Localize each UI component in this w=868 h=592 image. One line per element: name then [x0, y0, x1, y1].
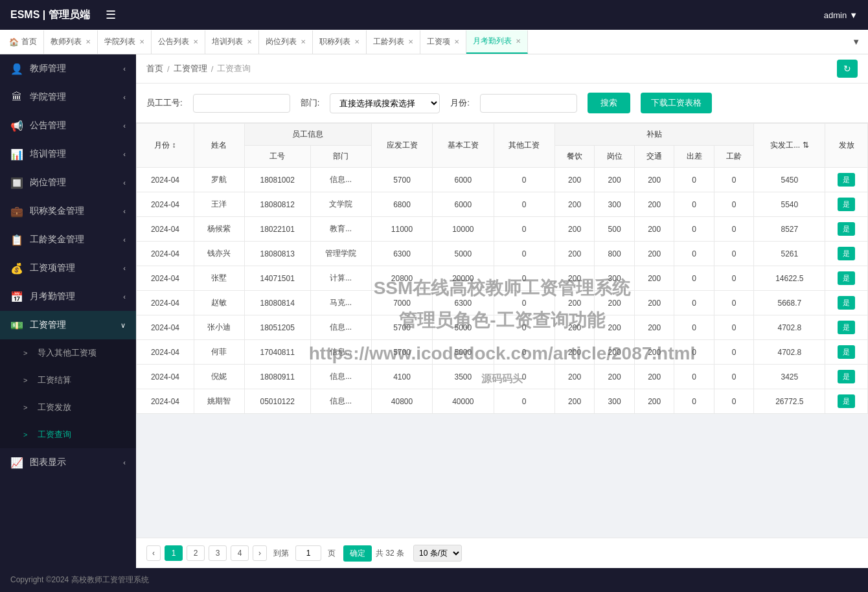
sidebar-subitem-工资查询[interactable]: 工资查询 [0, 421, 136, 448]
department-select[interactable]: 直接选择或搜索选择 [330, 93, 440, 113]
cell-0-2: 18081002 [244, 168, 310, 192]
action-button-4[interactable]: 是 [838, 271, 855, 285]
sidebar-arrow-notice: ‹ [123, 122, 126, 130]
table-row: 2024-04张小迪18051205信息...57005000020020020… [137, 315, 868, 340]
tab-培训列表[interactable]: 培训列表✕ [205, 30, 259, 54]
cell-action-6: 是 [825, 315, 868, 340]
pagination-prev[interactable]: ‹ [146, 545, 161, 561]
user-dropdown-icon[interactable]: ▼ [849, 10, 858, 20]
tab-close-icon[interactable]: ✕ [247, 38, 252, 45]
sidebar-item-position[interactable]: 🔲 岗位管理 ‹ [0, 168, 136, 197]
tab-more-button[interactable]: ▼ [847, 37, 865, 47]
refresh-button[interactable]: ↻ [837, 60, 858, 78]
tab-月考勤列表[interactable]: 月考勤列表✕ [466, 30, 528, 54]
action-button-1[interactable]: 是 [838, 198, 855, 211]
chart-icon: 📈 [10, 456, 23, 469]
cell-8-7: 200 [554, 365, 595, 389]
cell-0-8: 200 [595, 168, 635, 192]
tab-close-icon[interactable]: ✕ [354, 38, 360, 45]
cell-9-9: 200 [634, 389, 674, 414]
page-label: 页 [328, 548, 336, 559]
action-button-3[interactable]: 是 [838, 247, 855, 260]
pagination-next[interactable]: › [253, 545, 267, 561]
sidebar-item-chart[interactable]: 📈 图表显示 ‹ [0, 448, 136, 477]
cell-2-3: 教育... [310, 217, 371, 242]
cell-6-1: 张小迪 [194, 315, 244, 340]
cell-5-1: 赵敏 [194, 291, 244, 315]
tab-职称列表[interactable]: 职称列表✕ [313, 30, 367, 54]
sidebar-item-teacher[interactable]: 👤 教师管理 ‹ [0, 54, 136, 83]
breadcrumb-home[interactable]: 首页 [146, 63, 163, 74]
cell-5-8: 200 [595, 291, 635, 315]
sidebar-arrow-position: ‹ [123, 179, 126, 187]
tab-label: 职称列表 [319, 36, 350, 47]
sidebar-item-seniority[interactable]: 📋 工龄奖金管理 ‹ [0, 225, 136, 254]
tab-教师列表[interactable]: 教师列表✕ [44, 30, 98, 54]
cell-8-12: 3425 [754, 365, 825, 389]
sidebar-subitem-导入其他工资项[interactable]: 导入其他工资项 [0, 339, 136, 367]
tab-close-icon[interactable]: ✕ [516, 38, 521, 45]
sidebar-subitem-工资发放[interactable]: 工资发放 [0, 394, 136, 421]
sidebar-item-notice[interactable]: 📢 公告管理 ‹ [0, 111, 136, 140]
breadcrumb-salary-mgmt[interactable]: 工资管理 [174, 63, 207, 74]
download-button[interactable]: 下载工资表格 [641, 93, 712, 113]
page-button-2[interactable]: 2 [187, 545, 205, 561]
tab-工资项[interactable]: 工资项✕ [420, 30, 466, 54]
action-button-0[interactable]: 是 [838, 173, 855, 187]
cell-action-4: 是 [825, 266, 868, 291]
cell-0-6: 0 [494, 168, 554, 192]
sidebar-item-salary_item[interactable]: 💰 工资项管理 ‹ [0, 254, 136, 282]
tab-首页[interactable]: 🏠首页 [3, 30, 44, 54]
tab-close-icon[interactable]: ✕ [193, 38, 198, 45]
sidebar-label-chart: 图表显示 [30, 457, 117, 468]
month-input[interactable] [480, 94, 577, 113]
cell-9-4: 40800 [371, 389, 432, 414]
sidebar-item-salary[interactable]: 💵 工资管理 ∨ [0, 311, 136, 339]
employee-id-input[interactable] [193, 94, 290, 113]
tab-close-icon[interactable]: ✕ [454, 38, 459, 45]
cell-0-3: 信息... [310, 168, 371, 192]
page-button-4[interactable]: 4 [231, 545, 249, 561]
tab-工龄列表[interactable]: 工龄列表✕ [367, 30, 420, 54]
search-button[interactable]: 搜索 [588, 93, 630, 113]
salary-table: 月份 ↕姓名员工信息应发工资基本工资其他工资补贴实发工... ⇅发放工号部门餐饮… [136, 123, 868, 414]
page-size-select[interactable]: 10 条/页20 条/页50 条/页 [413, 545, 462, 562]
cell-9-11: 0 [714, 389, 754, 414]
cell-4-11: 0 [714, 266, 754, 291]
action-button-6[interactable]: 是 [838, 321, 855, 334]
sidebar-item-college[interactable]: 🏛 学院管理 ‹ [0, 83, 136, 111]
action-button-5[interactable]: 是 [838, 296, 855, 310]
tab-close-icon[interactable]: ✕ [86, 38, 91, 45]
goto-page-input[interactable] [295, 545, 321, 561]
goto-confirm-button[interactable]: 确定 [343, 545, 372, 562]
action-button-8[interactable]: 是 [838, 370, 855, 383]
action-button-2[interactable]: 是 [838, 222, 855, 236]
page-button-1[interactable]: 1 [165, 545, 183, 561]
sidebar-item-attendance[interactable]: 📅 月考勤管理 ‹ [0, 282, 136, 311]
footer-text: Copyright ©2024 高校教师工资管理系统 [10, 575, 149, 584]
cell-3-3: 管理学院 [310, 242, 371, 266]
menu-toggle-icon[interactable]: ☰ [106, 8, 116, 22]
cell-0-0: 2024-04 [137, 168, 194, 192]
cell-9-5: 40000 [433, 389, 494, 414]
tab-学院列表[interactable]: 学院列表✕ [98, 30, 152, 54]
sidebar-item-title[interactable]: 💼 职称奖金管理 ‹ [0, 197, 136, 225]
pagination-bar: ‹1234›到第页确定共 32 条10 条/页20 条/页50 条/页 [136, 538, 868, 568]
action-button-7[interactable]: 是 [838, 345, 855, 359]
tab-close-icon[interactable]: ✕ [301, 38, 306, 45]
sidebar-item-training[interactable]: 📊 培训管理 ‹ [0, 140, 136, 168]
cell-8-4: 4100 [371, 365, 432, 389]
tab-close-icon[interactable]: ✕ [408, 38, 413, 45]
th-other: 其他工资 [494, 124, 554, 168]
teacher-icon: 👤 [10, 62, 23, 75]
page-button-3[interactable]: 3 [209, 545, 227, 561]
sidebar-subitem-工资结算[interactable]: 工资结算 [0, 367, 136, 394]
cell-6-8: 200 [595, 315, 635, 340]
tab-岗位列表[interactable]: 岗位列表✕ [259, 30, 313, 54]
th-岗位: 岗位 [595, 146, 635, 168]
cell-5-11: 0 [714, 291, 754, 315]
tab-close-icon[interactable]: ✕ [139, 38, 144, 45]
tab-公告列表[interactable]: 公告列表✕ [152, 30, 205, 54]
action-button-9[interactable]: 是 [838, 394, 855, 408]
tab-label: 岗位列表 [266, 36, 297, 47]
